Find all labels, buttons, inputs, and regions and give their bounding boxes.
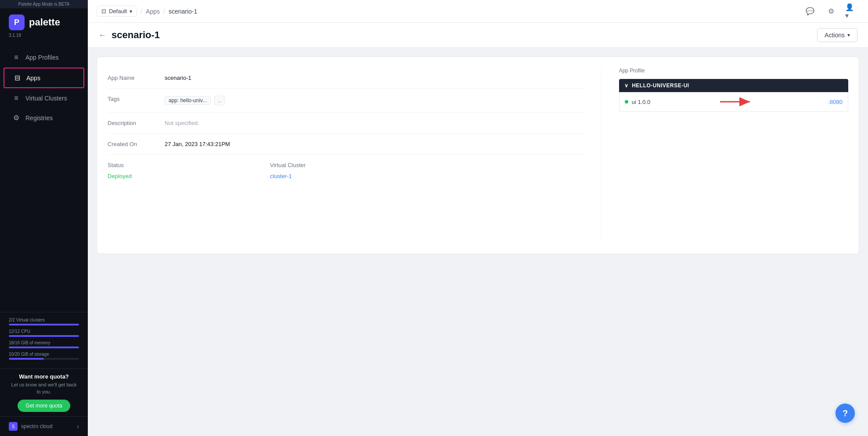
brand-name: spectro cloud: [21, 423, 52, 429]
sidebar-nav: ≡ App Profiles ⊟ Apps ≡ Virtual Clusters…: [0, 44, 88, 312]
detail-right: App Profile ∨ HELLO-UNIVERSE-UI ui 1.0.0: [601, 68, 848, 243]
app-name-value: scenario-1: [165, 75, 191, 81]
memory-fill: [9, 347, 79, 348]
breadcrumb: ⊡ Default ▾ / Apps / scenario-1: [97, 6, 197, 17]
app-name-label: App Name: [108, 75, 165, 81]
actions-label: Actions: [825, 32, 845, 39]
page-title: scenario-1: [112, 29, 160, 41]
status-cluster-row: Status Deployed Virtual Cluster cluster-…: [108, 155, 583, 180]
sidebar-item-label: Virtual Clusters: [25, 95, 67, 102]
breadcrumb-apps-link[interactable]: Apps: [146, 8, 160, 15]
detail-grid: App Name scenario-1 Tags app: hello-univ…: [108, 68, 848, 243]
quota-desc: Let us know and we'll get back to you.: [9, 382, 79, 395]
detail-card: App Name scenario-1 Tags app: hello-univ…: [97, 57, 859, 254]
cpu-bar: [9, 335, 79, 337]
status-label: Status: [108, 162, 165, 168]
description-row: Description Not specified.: [108, 113, 583, 134]
content-area: App Name scenario-1 Tags app: hello-univ…: [88, 48, 868, 436]
quota-title: Want more quota?: [9, 373, 79, 380]
sidebar: Palette App Mode is BETA P palette 3.1.1…: [0, 0, 88, 436]
tag-more[interactable]: ...: [214, 96, 225, 105]
spectro-icon: S: [9, 422, 18, 431]
tag-text: app: hello-univ...: [169, 97, 207, 104]
tags-label: Tags: [108, 96, 165, 102]
cpu-label: 12/12 CPU: [9, 329, 79, 334]
environment-label: Default: [109, 8, 127, 14]
actions-button[interactable]: Actions ▾: [817, 28, 857, 42]
beta-banner: Palette App Mode is BETA: [0, 0, 88, 8]
breadcrumb-current: scenario-1: [169, 8, 197, 15]
red-arrow-annotation: [720, 96, 755, 107]
storage-fill: [9, 358, 44, 360]
help-button[interactable]: ?: [836, 404, 855, 423]
sidebar-footer: S spectro cloud ‹: [0, 416, 88, 436]
memory-bar: [9, 347, 79, 348]
environment-dropdown[interactable]: ⊡ Default ▾: [97, 6, 137, 17]
memory-resource: 18/16 GiB of memory: [9, 340, 79, 348]
detail-left: App Name scenario-1 Tags app: hello-univ…: [108, 68, 601, 243]
virtual-cluster-label: Virtual Cluster: [270, 162, 327, 168]
actions-chevron-icon: ▾: [847, 32, 850, 38]
cpu-fill: [9, 335, 79, 337]
virtual-clusters-resource: 2/2 Virtual clusters: [9, 318, 79, 325]
created-on-label: Created On: [108, 141, 165, 147]
sidebar-item-label: Apps: [26, 75, 40, 82]
sidebar-item-label: App Profiles: [25, 54, 58, 61]
cpu-resource: 12/12 CPU: [9, 329, 79, 337]
profile-header: ∨ HELLO-UNIVERSE-UI: [619, 79, 848, 92]
chat-icon[interactable]: 💬: [803, 4, 817, 18]
back-button[interactable]: ←: [98, 31, 106, 40]
settings-icon[interactable]: ⚙: [824, 4, 838, 18]
top-header: ⊡ Default ▾ / Apps / scenario-1 💬 ⚙ 👤 ▾: [88, 0, 868, 23]
breadcrumb-separator-2: /: [163, 8, 165, 15]
tags-value: app: hello-univ... ...: [165, 96, 225, 105]
sidebar-item-registries[interactable]: ⚙ Registries: [4, 108, 84, 127]
breadcrumb-separator-1: /: [140, 8, 142, 15]
description-label: Description: [108, 120, 165, 126]
logo-area: P palette: [0, 8, 88, 33]
sidebar-item-apps[interactable]: ⊟ Apps: [4, 68, 84, 88]
cluster-link[interactable]: cluster-1: [270, 173, 292, 179]
profile-name: HELLO-UNIVERSE-UI: [632, 82, 689, 89]
brand-footer: S spectro cloud: [9, 422, 52, 431]
created-on-value: 27 Jan, 2023 17:43:21PM: [165, 141, 230, 147]
sidebar-item-virtual-clusters[interactable]: ≡ Virtual Clusters: [4, 89, 84, 107]
logo-icon: P: [9, 14, 25, 30]
storage-bar: [9, 358, 79, 360]
profile-ui-version: ui 1.0.0: [632, 99, 651, 105]
get-more-quota-button[interactable]: Get more quota: [18, 400, 70, 412]
virtual-clusters-fill: [9, 324, 79, 325]
quota-section: Want more quota? Let us know and we'll g…: [0, 368, 88, 416]
page-title-left: ← scenario-1: [98, 29, 160, 41]
profile-status-dot: [625, 100, 628, 104]
virtual-clusters-label: 2/2 Virtual clusters: [9, 318, 79, 322]
registries-icon: ⚙: [12, 114, 20, 122]
status-badge: Deployed: [108, 173, 132, 179]
tags-row: Tags app: hello-univ... ...: [108, 89, 583, 113]
virtual-clusters-bar: [9, 324, 79, 325]
status-section: Status Deployed: [108, 162, 165, 180]
environment-icon: ⊡: [101, 8, 106, 14]
profile-row: ui 1.0.0 :8080: [619, 92, 848, 112]
virtual-cluster-section: Virtual Cluster cluster-1: [270, 162, 327, 180]
user-icon[interactable]: 👤 ▾: [845, 4, 859, 18]
main-content: ⊡ Default ▾ / Apps / scenario-1 💬 ⚙ 👤 ▾ …: [88, 0, 868, 436]
memory-label: 18/16 GiB of memory: [9, 340, 79, 345]
app-profiles-icon: ≡: [12, 54, 20, 61]
header-actions: 💬 ⚙ 👤 ▾: [803, 4, 859, 18]
profile-chevron-icon: ∨: [624, 82, 629, 89]
resource-usage: 2/2 Virtual clusters 12/12 CPU 18/16 GiB…: [0, 312, 88, 368]
profile-port[interactable]: :8080: [828, 99, 843, 105]
collapse-icon[interactable]: ‹: [77, 423, 79, 430]
description-value: Not specified.: [165, 120, 199, 126]
version-label: 3.1.19: [0, 33, 88, 44]
virtual-clusters-icon: ≡: [12, 94, 20, 102]
logo-text: palette: [29, 17, 60, 28]
app-name-row: App Name scenario-1: [108, 68, 583, 89]
sidebar-item-label: Registries: [25, 114, 53, 122]
page-title-bar: ← scenario-1 Actions ▾: [88, 23, 868, 48]
created-on-row: Created On 27 Jan, 2023 17:43:21PM: [108, 134, 583, 155]
app-profile-title: App Profile: [619, 68, 848, 74]
sidebar-item-app-profiles[interactable]: ≡ App Profiles: [4, 48, 84, 67]
storage-resource: 10/20 GiB of storage: [9, 352, 79, 360]
